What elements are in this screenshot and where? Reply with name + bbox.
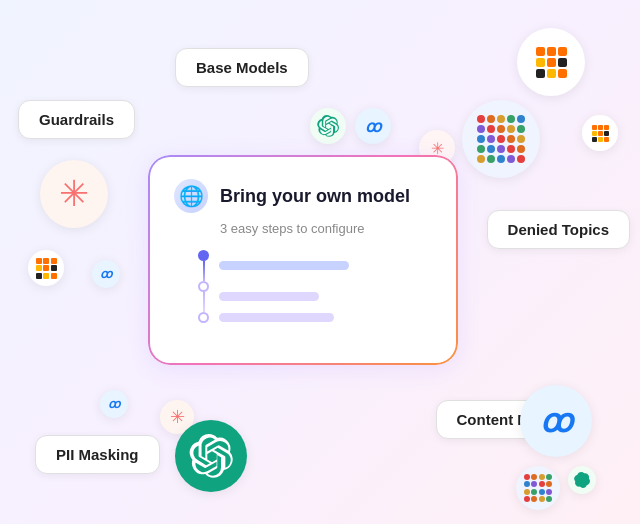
guardrails-label: Guardrails [39, 111, 114, 128]
step-1-indicator [198, 250, 209, 281]
step-1 [198, 250, 432, 281]
step-3 [198, 312, 432, 323]
mistral-left-grid [36, 258, 57, 279]
meta-bottom: ꝏ [108, 397, 120, 411]
scene: Guardrails Base Models Denied Topics Con… [0, 0, 640, 524]
meta-logo-large: ꝏ [540, 402, 573, 440]
polka-grid [475, 113, 527, 165]
card-subtitle: 3 easy steps to configure [220, 221, 432, 236]
meta-logo-left: ꝏ [100, 267, 112, 281]
step-1-connector [203, 261, 205, 281]
mistral-grid-small [592, 125, 609, 142]
guardrails-badge[interactable]: Guardrails [18, 100, 135, 139]
denied-topics-label: Denied Topics [508, 221, 609, 238]
step-3-indicator [198, 312, 209, 323]
asterisk-bottom-left: ✳ [170, 406, 185, 428]
meta-icon-bottom: ꝏ [100, 390, 128, 418]
anthropic-icon-large: ✳ [40, 160, 108, 228]
meta-icon-large: ꝏ [520, 385, 592, 457]
meta-icon-top: ꝏ [355, 108, 391, 144]
step-2-connector [203, 292, 205, 312]
mistral-icon-large [517, 28, 585, 96]
step-2-bar [219, 292, 319, 301]
base-models-badge[interactable]: Base Models [175, 48, 309, 87]
globe-icon: 🌐 [174, 179, 208, 213]
step-2-indicator [198, 281, 209, 312]
openai-swirl-large [189, 434, 233, 478]
denied-topics-badge[interactable]: Denied Topics [487, 210, 630, 249]
main-card: 🌐 Bring your own model 3 easy steps to c… [148, 155, 458, 365]
openai-swirl-small [574, 472, 590, 488]
openai-icon-top [310, 108, 346, 144]
steps-list [198, 250, 432, 323]
step-3-dot [198, 312, 209, 323]
card-title: Bring your own model [220, 186, 410, 207]
step-3-bar [219, 313, 334, 322]
mistral-icon-small [582, 115, 618, 151]
mistral-grid [536, 47, 567, 78]
openai-swirl-svg [317, 115, 339, 137]
openai-icon-large [175, 420, 247, 492]
card-header: 🌐 Bring your own model [174, 179, 432, 213]
polka-dots-icon [462, 100, 540, 178]
polka-dots-small [516, 466, 560, 510]
meta-logo-small: ꝏ [365, 117, 381, 136]
base-models-label: Base Models [196, 59, 288, 76]
pii-masking-badge[interactable]: PII Masking [35, 435, 160, 474]
pii-masking-label: PII Masking [56, 446, 139, 463]
openai-icon-bottom [568, 466, 596, 494]
mistral-icon-left [28, 250, 64, 286]
meta-icon-left: ꝏ [92, 260, 120, 288]
polka-small-grid [524, 474, 553, 503]
step-1-dot [198, 250, 209, 261]
asterisk-large: ✳ [59, 173, 89, 215]
step-1-bar [219, 261, 349, 270]
step-2-dot [198, 281, 209, 292]
step-2 [198, 281, 432, 312]
